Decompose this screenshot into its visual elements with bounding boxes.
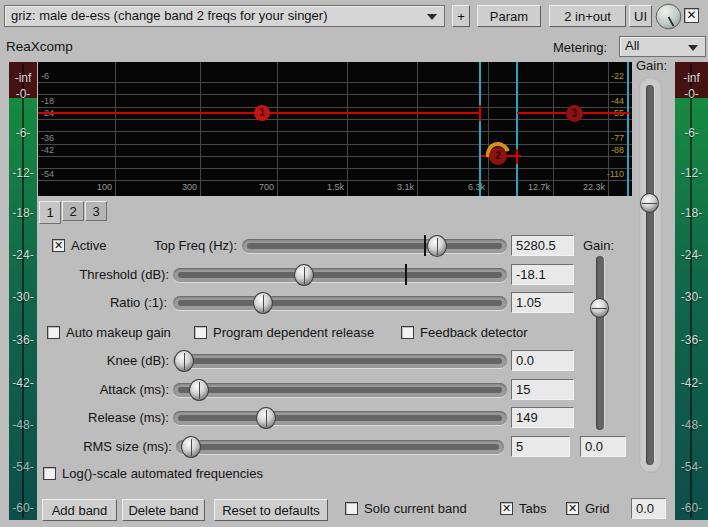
release-thumb[interactable] [256,407,276,429]
preset-plus-button[interactable]: + [452,5,470,27]
program-release-checkbox[interactable] [194,326,207,339]
threshold-slider[interactable] [173,268,507,282]
tabs-label: Tabs [519,502,546,516]
slider-tick [405,264,407,285]
band-gain-label: Gain: [583,239,614,253]
fx-titlebar: griz: male de-ess (change band 2 freqs f… [0,0,708,33]
band-marker-3[interactable]: 3 [566,105,583,122]
tabs-checkbox[interactable] [500,502,513,515]
rms-row: RMS size (ms): 5 0.0 [0,436,708,458]
grid-hline [38,119,632,120]
top-freq-thumb[interactable] [427,235,447,257]
grid-hline [38,156,632,157]
band-gain-slider[interactable] [596,256,604,430]
meter-scale-label: -6- [9,126,37,140]
add-band-button[interactable]: Add band [42,499,117,521]
meter-scale-label: -60- [9,501,37,515]
meter-scale-label: -12- [9,166,37,180]
band-marker-2[interactable]: 2 [489,147,507,165]
tab-band-2[interactable]: 2 [62,201,84,221]
release-slider[interactable] [173,411,507,425]
meter-scale-label: -0- [9,87,37,101]
reaxcomp-window: griz: male de-ess (change band 2 freqs f… [0,0,708,527]
master-gain-value[interactable]: 0.0 [631,498,666,519]
wet-dry-knob[interactable] [655,3,682,30]
knee-value[interactable]: 0.0 [511,350,574,371]
grid-checkbox[interactable] [566,502,579,515]
param-button[interactable]: Param [477,5,541,27]
release-value[interactable]: 149 [511,407,574,428]
delete-band-button[interactable]: Delete band [122,499,205,521]
grid-hline [38,168,632,169]
top-freq-row: Active Top Freq (Hz): 5280.5 Gain: [0,235,708,257]
threshold-value[interactable]: -18.1 [511,264,574,285]
attack-label: Attack (ms): [62,379,169,401]
feedback-detector-checkbox[interactable] [401,326,414,339]
metering-dropdown[interactable]: All [619,36,706,57]
tab-band-1[interactable]: 1 [39,201,61,224]
ratio-label: Ratio (:1): [62,292,167,314]
band-split-line-1[interactable] [479,62,481,196]
threshold-tick [479,105,481,121]
db-tick-label-left: -18 [41,96,54,106]
chevron-down-icon [427,14,437,20]
grid-hline [38,131,632,132]
bypass-checkbox[interactable] [684,8,699,23]
attack-value[interactable]: 15 [511,379,574,400]
auto-makeup-checkbox[interactable] [47,326,60,339]
rms-secondary-value[interactable]: 0.0 [580,436,626,457]
tab-band-3[interactable]: 3 [85,201,107,221]
top-freq-slider[interactable] [242,239,507,253]
db-tick-label-right: -22 [586,71,624,81]
preset-name: griz: male de-ess (change band 2 freqs f… [11,8,328,23]
db-tick-label-left: -42 [41,145,54,155]
ratio-slider[interactable] [173,296,507,310]
threshold-thumb[interactable] [294,264,314,286]
attack-slider[interactable] [173,383,507,397]
chevron-down-icon [688,45,698,51]
log-scale-checkbox[interactable] [43,467,56,480]
rms-size-label: RMS size (ms): [62,436,172,458]
metering-value: All [625,38,639,53]
freq-tick-label: 300 [159,182,197,192]
grid-hline [38,107,632,108]
io-button[interactable]: 2 in+out [549,5,626,27]
knee-label: Knee (dB): [62,350,169,372]
band-split-line-3[interactable] [627,62,629,196]
rms-size-slider[interactable] [176,440,504,454]
ratio-thumb[interactable] [253,292,273,314]
log-scale-row: Log()-scale automated frequencies [0,466,708,488]
meter-scale-label: -60- [675,501,708,515]
threshold-label: Threshold (dB): [62,264,169,286]
ui-button[interactable]: UI [629,5,652,27]
solo-band-checkbox[interactable] [345,502,358,515]
db-tick-label-left: -54 [41,169,54,179]
compressor-graph[interactable]: 1003007001.5k3.1k6.3k12.7k22.3k-6-22-18-… [38,62,632,196]
plugin-title: ReaXcomp [6,39,73,54]
ratio-value[interactable]: 1.05 [511,292,574,313]
attack-thumb[interactable] [189,379,209,401]
db-tick-label-right: -77 [586,133,624,143]
db-tick-label-right: -44 [586,96,624,106]
db-tick-label-right: -110 [586,169,624,179]
freq-tick-label: 1.5k [306,182,344,192]
knee-thumb[interactable] [174,350,194,372]
master-gain-thumb[interactable] [640,193,659,213]
freq-tick-label: 100 [74,182,112,192]
top-freq-value[interactable]: 5280.5 [511,235,574,256]
band-gain-thumb[interactable] [590,298,609,318]
slider-tick [424,235,426,256]
band-marker-1[interactable]: 1 [254,105,270,121]
knee-slider[interactable] [173,354,507,368]
rms-size-value[interactable]: 5 [511,436,570,457]
band-active-checkbox[interactable] [52,239,65,252]
rms-size-thumb[interactable] [181,436,201,458]
meter-scale-label: -6- [675,126,708,140]
meter-scale-label: -18- [675,206,708,220]
preset-dropdown[interactable]: griz: male de-ess (change band 2 freqs f… [4,5,445,27]
grid-hline [38,144,632,145]
band-split-line-2[interactable] [516,62,518,196]
grid-hline [38,82,632,83]
freq-tick-label: 3.1k [376,182,414,192]
reset-defaults-button[interactable]: Reset to defaults [214,499,328,521]
